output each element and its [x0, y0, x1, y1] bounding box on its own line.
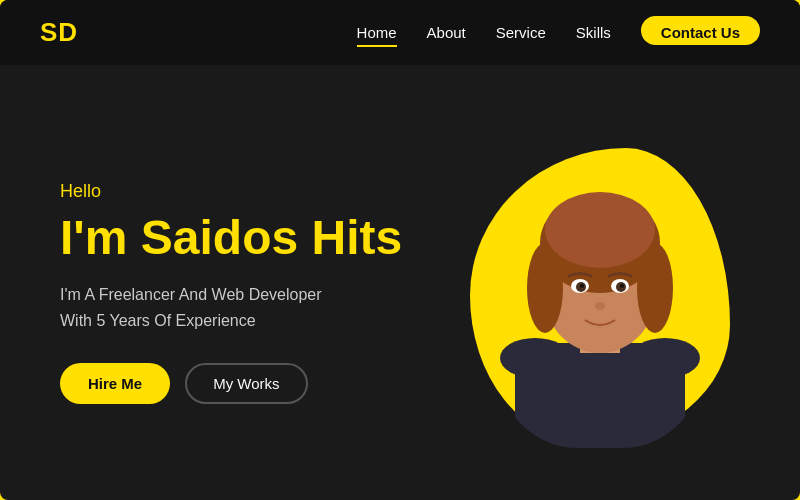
nav-item-contact[interactable]: Contact Us — [641, 24, 760, 42]
my-works-button[interactable]: My Works — [185, 363, 307, 404]
logo: SD — [40, 17, 78, 48]
nav-item-skills[interactable]: Skills — [576, 24, 611, 42]
svg-point-4 — [527, 243, 563, 333]
person-svg — [485, 158, 715, 448]
svg-point-6 — [545, 192, 655, 268]
hero-title: I'm Saidos Hits — [60, 212, 460, 265]
nav-links: Home About Service Skills Contact Us — [357, 24, 760, 42]
person-image — [485, 158, 715, 448]
hero-text: Hello I'm Saidos Hits I'm A Freelancer A… — [60, 181, 460, 405]
navbar: SD Home About Service Skills Contact Us — [0, 0, 800, 65]
hero-buttons: Hire Me My Works — [60, 363, 460, 404]
hero-section: Hello I'm Saidos Hits I'm A Freelancer A… — [0, 65, 800, 500]
svg-point-11 — [580, 284, 584, 288]
nav-link-service[interactable]: Service — [496, 24, 546, 45]
svg-point-5 — [637, 243, 673, 333]
hero-image-container — [460, 138, 740, 448]
nav-item-service[interactable]: Service — [496, 24, 546, 42]
subtitle-line1: I'm A Freelancer And Web Developer — [60, 286, 322, 303]
logo-highlight: S — [40, 17, 58, 47]
svg-point-12 — [620, 284, 624, 288]
hero-title-name: Saidos Hits — [141, 211, 402, 264]
nav-link-contact[interactable]: Contact Us — [641, 16, 760, 45]
hero-subtitle: I'm A Freelancer And Web Developer With … — [60, 282, 380, 333]
greeting-label: Hello — [60, 181, 460, 202]
browser-window: SD Home About Service Skills Contact Us … — [0, 0, 800, 500]
nav-item-home[interactable]: Home — [357, 24, 397, 42]
logo-rest: D — [58, 17, 78, 47]
nav-link-home[interactable]: Home — [357, 24, 397, 45]
svg-point-15 — [630, 338, 700, 378]
subtitle-line2: With 5 Years Of Experience — [60, 312, 256, 329]
hire-me-button[interactable]: Hire Me — [60, 363, 170, 404]
hero-title-static: I'm — [60, 211, 141, 264]
nav-link-skills[interactable]: Skills — [576, 24, 611, 45]
svg-point-14 — [500, 338, 570, 378]
svg-point-13 — [595, 302, 605, 310]
nav-item-about[interactable]: About — [427, 24, 466, 42]
nav-link-about[interactable]: About — [427, 24, 466, 45]
